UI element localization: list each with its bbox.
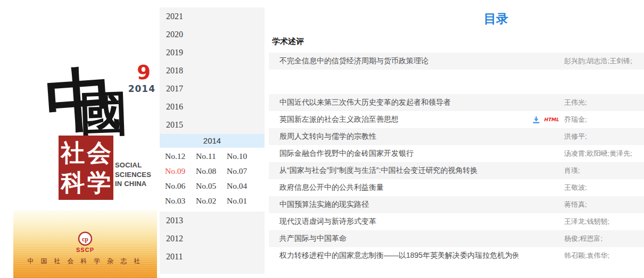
article-authors: 彭兴韵;胡志浩;王剑锋; xyxy=(564,56,644,66)
download-icon[interactable] xyxy=(532,116,540,124)
year-item-2019[interactable]: 2019 xyxy=(160,44,265,62)
section-header xyxy=(272,77,644,88)
cover-english-title-line: SCIENCES xyxy=(115,170,151,180)
article-title[interactable]: 政府信息公开中的公共利益衡量 xyxy=(279,183,518,192)
article-row: 权力转移进程中的国家意志制衡——以1895年英美解决委内瑞拉危机为例韩召颖;袁伟… xyxy=(269,247,644,264)
article-row: 国际金融合作视野中的金砖国家开发银行汤凌霄;欧阳峣;黄泽先; xyxy=(269,145,644,162)
year-item-2012[interactable]: 2012 xyxy=(160,230,265,248)
issue-cell-no-09-active[interactable]: No.09 xyxy=(165,164,196,179)
toc-title: 目录 xyxy=(265,11,644,27)
toc-section: 中国近代以来第三次伟大历史变革的发起者和领导者王伟光;英国新左派的社会主义政治至… xyxy=(269,77,644,264)
year-item-2020[interactable]: 2020 xyxy=(160,26,265,44)
article-title[interactable]: 现代汉语虚词与新诗形式变革 xyxy=(279,217,518,226)
article-authors: 韩召颖;袁伟华; xyxy=(564,251,644,260)
issue-cell-no-12[interactable]: No.12 xyxy=(165,149,196,164)
cover-title-char: 科 xyxy=(61,169,85,197)
article-authors: 王敬波; xyxy=(564,183,644,192)
year-item-2018[interactable]: 2018 xyxy=(160,62,265,80)
toc-section: 学术述评不完全信息中的信贷经济周期与货币政策理论彭兴韵;胡志浩;王剑锋; xyxy=(269,36,644,70)
issue-cell-no-07[interactable]: No.07 xyxy=(227,164,258,179)
article-title[interactable]: 中国预算法实施的现实路径 xyxy=(279,200,518,209)
issue-cell-no-08[interactable]: No.08 xyxy=(196,164,227,179)
article-title[interactable]: 权力转移进程中的国家意志制衡——以1895年英美解决委内瑞拉危机为例 xyxy=(279,251,518,260)
cover-english-title: SOCIAL SCIENCES IN CHINA xyxy=(115,161,151,189)
cover-title-char: 学 xyxy=(87,169,111,197)
article-title[interactable]: 英国新左派的社会主义政治至善思想 xyxy=(279,115,518,124)
year-item-2013[interactable]: 2013 xyxy=(160,212,265,230)
issue-cell-no-02[interactable]: No.02 xyxy=(196,193,227,208)
issue-cell-no-10[interactable]: No.10 xyxy=(227,149,258,164)
article-authors: 乔瑞金; xyxy=(564,115,644,124)
article-row: 共产国际与中国革命杨俊;程恩富; xyxy=(269,230,644,247)
article-row: 现代汉语虚词与新诗形式变革王泽龙;钱韧韧; xyxy=(269,213,644,230)
article-authors: 王泽龙;钱韧韧; xyxy=(564,217,644,226)
years-before: 2021202020192018201720162015 xyxy=(160,7,265,134)
section-header: 学术述评 xyxy=(272,36,644,47)
article-title[interactable]: 殷周人文转向与儒学的宗教性 xyxy=(279,132,518,141)
issue-cell-no-06[interactable]: No.06 xyxy=(165,179,196,193)
article-row: 中国预算法实施的现实路径蒋悟真; xyxy=(269,196,644,213)
issue-cell-no-01[interactable]: No.01 xyxy=(227,193,258,208)
article-authors: 蒋悟真; xyxy=(564,200,644,209)
cover-title-char: 社 xyxy=(61,139,85,167)
year-item-2017[interactable]: 2017 xyxy=(160,80,265,98)
article-row: 中国近代以来第三次伟大历史变革的发起者和领导者王伟光; xyxy=(269,94,644,111)
cover-title-char: 会 xyxy=(87,139,111,167)
article-row: 政府信息公开中的公共利益衡量王敬波; xyxy=(269,179,644,196)
article-title[interactable]: 不完全信息中的信贷经济周期与货币政策理论 xyxy=(279,56,518,66)
cover-english-title-line: SOCIAL xyxy=(115,161,151,170)
article-row: 殷周人文转向与儒学的宗教性洪修平; xyxy=(269,128,644,145)
archive-panel: 2021202020192018201720162015 2014 No.12N… xyxy=(160,7,265,274)
article-authors: 洪修平; xyxy=(564,132,644,141)
article-title[interactable]: 共产国际与中国革命 xyxy=(279,234,518,243)
article-list: 不完全信息中的信贷经济周期与货币政策理论彭兴韵;胡志浩;王剑锋; xyxy=(269,53,644,70)
issue-cell-no-05[interactable]: No.05 xyxy=(196,179,227,193)
article-title[interactable]: 中国近代以来第三次伟大历史变革的发起者和领导者 xyxy=(279,98,518,107)
article-row: 从“国家与社会”到“制度与生活”:中国社会变迁研究的视角转换肖瑛; xyxy=(269,162,644,179)
article-title[interactable]: 国际金融合作视野中的金砖国家开发银行 xyxy=(279,149,518,158)
years-after: 201320122011 xyxy=(160,212,265,266)
cover-footer: cp SSCP 中 国 社 会 科 学 杂 志 社 xyxy=(13,210,157,278)
article-row: 英国新左派的社会主义政治至善思想HTML乔瑞金; xyxy=(269,111,644,128)
article-list: 中国近代以来第三次伟大历史变革的发起者和领导者王伟光;英国新左派的社会主义政治至… xyxy=(269,94,644,264)
article-authors: 杨俊;程恩富; xyxy=(564,234,644,243)
article-authors: 肖瑛; xyxy=(564,166,644,175)
year-item-2016[interactable]: 2016 xyxy=(160,98,265,116)
issue-grid: No.12No.11No.10No.09No.08No.07No.06No.05… xyxy=(160,148,265,212)
year-item-2011[interactable]: 2011 xyxy=(160,248,265,266)
year-item-2021[interactable]: 2021 xyxy=(160,7,265,26)
sscp-emblem-icon: cp xyxy=(78,231,93,246)
expanded-year-header[interactable]: 2014 xyxy=(160,134,265,148)
svg-text:cp: cp xyxy=(82,235,88,243)
journal-cover: 9 2014 中 國 社 会 科 学 SOCIAL SCIENCES IN CH… xyxy=(0,0,157,278)
article-title[interactable]: 从“国家与社会”到“制度与生活”:中国社会变迁研究的视角转换 xyxy=(279,166,518,175)
article-actions: HTML xyxy=(518,116,564,124)
article-row: 不完全信息中的信贷经济周期与货币政策理论彭兴韵;胡志浩;王剑锋; xyxy=(269,53,644,70)
cover-title-block: 社 会 科 学 xyxy=(59,136,113,200)
issue-cell-no-04[interactable]: No.04 xyxy=(227,179,258,193)
year-item-2015[interactable]: 2015 xyxy=(160,116,265,134)
issue-cell-no-03[interactable]: No.03 xyxy=(165,193,196,208)
toc-panel: 目录 学术述评不完全信息中的信贷经济周期与货币政策理论彭兴韵;胡志浩;王剑锋;中… xyxy=(265,0,644,278)
article-authors: 王伟光; xyxy=(564,98,644,107)
cover-issue-number: 9 xyxy=(111,63,151,82)
cover-calligraphy-guo: 國 xyxy=(79,89,128,139)
html-badge[interactable]: HTML xyxy=(544,117,559,122)
article-authors: 汤凌霄;欧阳峣;黄泽先; xyxy=(564,149,644,158)
issue-cell-no-11[interactable]: No.11 xyxy=(196,149,227,164)
cover-english-title-line: IN CHINA xyxy=(115,179,151,189)
toc-sections: 学术述评不完全信息中的信贷经济周期与货币政策理论彭兴韵;胡志浩;王剑锋;中国近代… xyxy=(269,36,644,264)
sscp-label: SSCP xyxy=(13,247,157,253)
publisher-name: 中 国 社 会 科 学 杂 志 社 xyxy=(13,257,157,266)
